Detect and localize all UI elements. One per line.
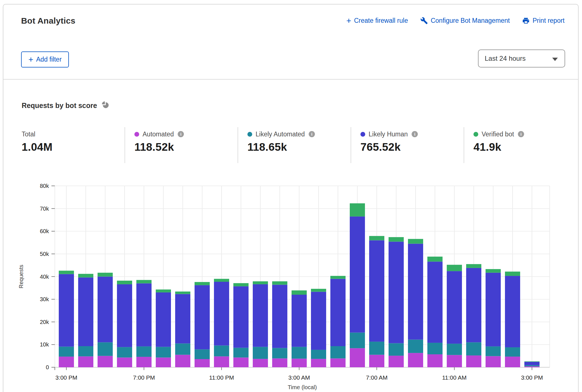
- bar-segment[interactable]: [98, 277, 113, 343]
- bar-segment[interactable]: [447, 265, 462, 271]
- bar-segment[interactable]: [214, 346, 229, 357]
- bar-segment[interactable]: [486, 356, 501, 367]
- bar-segment[interactable]: [175, 355, 190, 367]
- bar-segment[interactable]: [233, 357, 249, 367]
- bar-segment[interactable]: [195, 359, 210, 367]
- bar-segment[interactable]: [447, 355, 462, 367]
- bar-segment[interactable]: [505, 347, 520, 357]
- bar-segment[interactable]: [292, 347, 307, 359]
- bar-segment[interactable]: [466, 268, 481, 342]
- bar-segment[interactable]: [311, 350, 326, 359]
- bar-segment[interactable]: [408, 340, 423, 353]
- bar-segment[interactable]: [447, 271, 462, 344]
- bar-segment[interactable]: [486, 346, 501, 356]
- bar-segment[interactable]: [466, 355, 481, 367]
- bar-segment[interactable]: [350, 333, 365, 348]
- bar-segment[interactable]: [78, 346, 93, 356]
- bar-segment[interactable]: [253, 347, 268, 359]
- bar-segment[interactable]: [214, 279, 229, 282]
- bar-segment[interactable]: [117, 357, 132, 367]
- bar-segment[interactable]: [369, 355, 384, 367]
- bar-segment[interactable]: [175, 292, 190, 294]
- bar-segment[interactable]: [330, 346, 346, 359]
- bar-segment[interactable]: [175, 343, 190, 355]
- bar-segment[interactable]: [136, 283, 152, 346]
- bar-segment[interactable]: [78, 356, 93, 367]
- bar-segment[interactable]: [59, 347, 74, 357]
- bar-segment[interactable]: [195, 282, 210, 285]
- bar-segment[interactable]: [389, 242, 404, 343]
- bar-segment[interactable]: [505, 276, 520, 347]
- bar-segment[interactable]: [524, 366, 540, 367]
- bar-segment[interactable]: [233, 286, 249, 348]
- info-icon[interactable]: i: [412, 131, 418, 137]
- bar-segment[interactable]: [447, 344, 462, 355]
- info-icon[interactable]: i: [309, 131, 315, 137]
- bar-segment[interactable]: [292, 359, 307, 367]
- bar-segment[interactable]: [505, 272, 520, 276]
- bar-segment[interactable]: [524, 361, 540, 362]
- bar-segment[interactable]: [175, 294, 190, 344]
- bar-segment[interactable]: [78, 278, 93, 346]
- bar-segment[interactable]: [136, 357, 152, 367]
- add-filter-button[interactable]: + Add filter: [21, 51, 69, 67]
- bar-segment[interactable]: [214, 282, 229, 346]
- bar-segment[interactable]: [311, 289, 326, 292]
- bar-segment[interactable]: [98, 273, 113, 277]
- bar-segment[interactable]: [136, 346, 152, 357]
- info-icon[interactable]: i: [518, 131, 524, 137]
- bar-segment[interactable]: [195, 285, 210, 349]
- bar-segment[interactable]: [272, 281, 287, 285]
- bar-segment[interactable]: [389, 343, 404, 356]
- bar-segment[interactable]: [486, 273, 501, 346]
- bar-segment[interactable]: [408, 244, 423, 340]
- bar-segment[interactable]: [369, 342, 384, 355]
- bar-segment[interactable]: [389, 237, 404, 242]
- bar-segment[interactable]: [156, 347, 171, 357]
- bar-segment[interactable]: [369, 236, 384, 240]
- bar-segment[interactable]: [117, 281, 132, 284]
- info-icon[interactable]: i: [178, 131, 184, 137]
- bar-segment[interactable]: [427, 257, 443, 262]
- bar-segment[interactable]: [156, 292, 171, 347]
- bar-segment[interactable]: [311, 359, 326, 367]
- bar-segment[interactable]: [233, 348, 249, 358]
- bar-segment[interactable]: [272, 359, 287, 367]
- bar-segment[interactable]: [369, 240, 384, 342]
- bar-segment[interactable]: [427, 343, 443, 354]
- bar-segment[interactable]: [389, 356, 404, 367]
- bar-segment[interactable]: [156, 357, 171, 367]
- bar-segment[interactable]: [156, 289, 171, 292]
- bar-segment[interactable]: [292, 295, 307, 347]
- bar-segment[interactable]: [350, 348, 365, 367]
- bar-segment[interactable]: [117, 284, 132, 347]
- bar-segment[interactable]: [253, 284, 268, 347]
- bar-segment[interactable]: [524, 362, 540, 365]
- bar-segment[interactable]: [272, 348, 287, 358]
- bar-segment[interactable]: [408, 239, 423, 244]
- bar-segment[interactable]: [136, 280, 152, 283]
- bar-segment[interactable]: [330, 279, 346, 346]
- bar-segment[interactable]: [330, 359, 346, 367]
- bar-segment[interactable]: [98, 342, 113, 356]
- bar-segment[interactable]: [486, 269, 501, 273]
- bar-segment[interactable]: [214, 356, 229, 367]
- bar-segment[interactable]: [408, 353, 423, 367]
- bar-segment[interactable]: [59, 271, 74, 274]
- bar-segment[interactable]: [427, 262, 443, 343]
- bar-segment[interactable]: [78, 274, 93, 278]
- bar-segment[interactable]: [117, 347, 132, 357]
- time-range-dropdown[interactable]: Last 24 hours: [478, 49, 565, 67]
- bar-segment[interactable]: [466, 342, 481, 355]
- bar-segment[interactable]: [466, 264, 481, 268]
- bar-segment[interactable]: [59, 274, 74, 347]
- bar-segment[interactable]: [330, 276, 346, 279]
- bar-segment[interactable]: [59, 357, 74, 367]
- bot-score-chart[interactable]: 010k20k30k40k50k60k70k80k3:00 PM7:00 PM1…: [0, 169, 582, 392]
- bar-segment[interactable]: [505, 357, 520, 367]
- bar-segment[interactable]: [253, 281, 268, 284]
- bar-segment[interactable]: [427, 354, 443, 367]
- bar-segment[interactable]: [233, 283, 249, 286]
- create-firewall-rule-link[interactable]: + Create firewall rule: [346, 17, 408, 24]
- bar-segment[interactable]: [311, 292, 326, 350]
